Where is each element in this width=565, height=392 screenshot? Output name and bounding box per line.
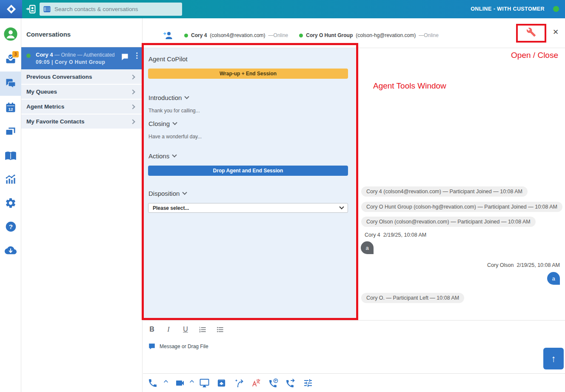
section-my-queues[interactable]: My Queues	[21, 85, 142, 99]
participant-email: (colson-hg@revation.com)	[356, 32, 416, 38]
global-search	[40, 3, 182, 16]
ai-transfer-button[interactable]	[234, 378, 245, 388]
agent-tools-wrench-icon[interactable]	[526, 27, 536, 39]
introduction-section-toggle[interactable]: Introduction	[148, 94, 188, 101]
online-status-dot	[553, 6, 559, 12]
add-contact-icon[interactable]	[26, 4, 36, 16]
help-icon[interactable]: ?	[0, 221, 21, 232]
inbox-badge: 3	[12, 51, 19, 57]
conversation-name-line: Cory 4 — Online — Authenticated	[36, 52, 115, 58]
analytics-icon[interactable]	[0, 173, 21, 185]
message-timestamp: 2/19/25, 10:08 AM	[516, 262, 559, 268]
chat-header: Cory 4 (colson4@revation.com) —Online Co…	[143, 18, 565, 48]
disposition-section-toggle[interactable]: Disposition	[148, 190, 186, 197]
call-phone-button[interactable]	[148, 378, 158, 388]
active-conversation-item[interactable]: Cory 4 — Online — Authenticated 09:05 | …	[21, 47, 142, 69]
chevron-right-icon	[130, 89, 135, 94]
underline-button[interactable]: U	[180, 326, 191, 333]
online-dot	[184, 34, 188, 37]
agent-status-label[interactable]: ONLINE - WITH CUSTOMER	[471, 6, 545, 12]
chevron-down-icon	[185, 94, 189, 99]
section-label: My Favorite Contacts	[26, 118, 131, 125]
cloud-download-icon[interactable]	[0, 244, 21, 256]
annotation-agent-tools-window: Agent Tools Window	[373, 81, 446, 91]
system-event-pill: Cory 4 (colson4@revation.com) — Particip…	[361, 186, 528, 197]
svg-text:P: P	[274, 379, 277, 383]
actions-label: Actions	[148, 152, 169, 160]
message-input[interactable]: Message or Drag File	[148, 343, 208, 350]
audio-settings-button[interactable]	[303, 378, 313, 388]
calendar-icon[interactable]: 12	[0, 102, 21, 114]
transfer-call-button[interactable]	[285, 378, 296, 388]
conversations-nav-icon[interactable]	[0, 77, 21, 89]
chat-bubble-icon[interactable]	[121, 53, 129, 63]
participant-email: (colson4@revation.com)	[210, 32, 265, 38]
directory-book-icon[interactable]	[0, 149, 21, 161]
italic-button[interactable]: I	[163, 326, 174, 333]
participant-name: Cory O Hunt Group	[306, 32, 353, 38]
participant-name: Cory 4	[191, 32, 207, 38]
conversations-title: Conversations	[26, 31, 71, 38]
disposition-select[interactable]: Please select...	[148, 203, 348, 213]
wrapup-end-session-button[interactable]: Wrap-up + End Session	[148, 69, 348, 79]
introduction-snippet[interactable]: Thank you for calling...	[148, 108, 200, 114]
message-sender-line: Cory 4 2/19/25, 10:08 AM	[365, 232, 426, 238]
translate-button[interactable]	[251, 378, 261, 388]
divider	[143, 373, 565, 374]
video-options-chevron-icon[interactable]	[188, 378, 195, 385]
conversation-timer: 09:05	[36, 59, 50, 65]
screen-share-button[interactable]	[199, 378, 210, 388]
participant-status: —Online	[268, 32, 288, 38]
closing-label: Closing	[148, 120, 170, 127]
outgoing-message-bubble: a	[547, 272, 560, 285]
video-call-button[interactable]	[174, 378, 185, 388]
top-bar: ONLINE - WITH CUSTOMER	[0, 0, 565, 18]
bullet-list-button[interactable]	[215, 326, 225, 335]
add-participant-icon[interactable]	[163, 30, 173, 40]
drop-agent-end-session-button[interactable]: Drop Agent and End Session	[148, 166, 348, 176]
ordered-list-button[interactable]	[197, 326, 208, 335]
section-previous-conversations[interactable]: Previous Conversations	[21, 70, 142, 84]
conversations-panel: Conversations Cory 4 — Online — Authenti…	[21, 18, 143, 392]
disposition-label: Disposition	[148, 190, 180, 197]
profile-avatar-icon[interactable]	[0, 27, 21, 41]
sender-name: Cory 4	[365, 232, 380, 238]
svg-text:?: ?	[9, 223, 12, 230]
park-call-button[interactable]: P	[268, 378, 279, 388]
message-placeholder: Message or Drag File	[160, 343, 208, 349]
section-label: My Queues	[26, 89, 131, 95]
app-logo[interactable]	[0, 0, 22, 18]
annotation-open-close: Open / Close	[502, 51, 558, 60]
queue-name: Cory O Hunt Group	[55, 59, 106, 65]
meta-separator: |	[51, 59, 53, 65]
search-input[interactable]	[54, 6, 179, 12]
bold-button[interactable]: B	[147, 326, 157, 333]
system-event-pill: Cory O. — Participant Left — 10:08 AM	[361, 293, 464, 303]
system-event-pill: Cory O Hunt Group (colson-hg@revation.co…	[361, 202, 562, 212]
closing-section-toggle[interactable]: Closing	[148, 120, 177, 127]
section-my-favorite-contacts[interactable]: My Favorite Contacts	[21, 114, 142, 129]
close-conversation-icon[interactable]: ✕	[553, 28, 559, 37]
settings-gear-icon[interactable]	[0, 197, 21, 209]
message-timestamp: 2/19/25, 10:08 AM	[383, 232, 426, 238]
divider	[143, 320, 565, 320]
section-agent-metrics[interactable]: Agent Metrics	[21, 100, 142, 114]
chevron-right-icon	[130, 104, 135, 109]
message-sender-line: Cory Olson 2/19/25, 10:08 AM	[487, 262, 557, 268]
file-upload-button[interactable]	[217, 378, 226, 388]
closing-snippet[interactable]: Have a wonderful day...	[148, 134, 202, 140]
sender-name: Cory Olson	[487, 262, 514, 268]
participant-status: —Online	[419, 32, 439, 38]
call-options-chevron-icon[interactable]	[163, 378, 169, 385]
participant-cory4: Cory 4 (colson4@revation.com) —Online	[184, 32, 288, 38]
logo-diamond-icon	[6, 5, 15, 14]
actions-section-toggle[interactable]: Actions	[148, 152, 176, 160]
agent-copilot-panel: Agent CoPilot Wrap-up + End Session Intr…	[143, 48, 356, 319]
conversation-menu-icon[interactable]: ⋮	[133, 52, 140, 59]
system-event-pill: Cory Olson (colson@revation.com) — Parti…	[361, 217, 536, 227]
chevron-down-icon	[172, 152, 177, 157]
contact-name: Cory 4	[36, 52, 53, 58]
send-button[interactable]: ↑	[543, 348, 564, 369]
calendar-day-number: 12	[8, 107, 13, 112]
windows-icon[interactable]	[0, 126, 21, 137]
